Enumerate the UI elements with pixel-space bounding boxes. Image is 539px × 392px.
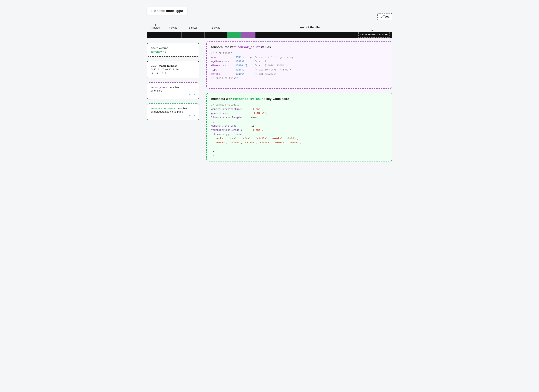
metadata-ellipsis1: ... , — [211, 120, 387, 124]
metadata-line-tokmodel: tokenizer.ggml.model: 'llama', — [211, 128, 387, 132]
metadata-code-block: // example metadata general.architecture… — [211, 103, 387, 157]
version-subtitle: currently = 3 — [150, 50, 195, 53]
offset-arrow-line — [372, 6, 372, 31]
tensors-field-ndim: n_dimensions: UINT32, // ex: 2 — [211, 60, 387, 64]
byte-label-2: 4 bytes — [164, 24, 182, 29]
byte-label-4: 8 bytes — [205, 24, 227, 29]
magic-hex: 0x47 0x47 0x55 0x46 — [150, 68, 195, 71]
metadata-closing2: ... — [211, 153, 387, 157]
metadata-line-arch: general.architecture: 'llama', — [211, 107, 387, 111]
tensors-info-box: tensors info with tensor_count values //… — [206, 41, 392, 89]
magic-title: GGUF magic number — [150, 64, 195, 67]
metadata-line-name: general.name: 'LLaMA v2', — [211, 111, 387, 116]
file-name-bar: File name model.gguf — [147, 7, 187, 15]
file-name-value: model.gguf — [166, 9, 183, 13]
binary-segment: 101101000110011110 — [358, 32, 390, 38]
rest-label: rest of the file — [227, 26, 392, 29]
metadata-line-toktokens: tokenizer.ggml.tokens: [ — [211, 132, 387, 136]
magic-box: GGUF magic number 0x47 0x47 0x55 0x46 G … — [147, 61, 199, 78]
tensors-field-dims: dimensions: UINT64[], // ex: [ 4096, 320… — [211, 64, 387, 68]
metadata-info-box: metadata with metadata_kv_count key-valu… — [206, 93, 392, 161]
tensors-field-type: type: UINT32, // ex: 10 (GGML_TYPE_Q2_K) — [211, 68, 387, 72]
version-box: GGUF version currently = 3 — [147, 43, 199, 57]
metadata-kv-box: metadata_kv_count = number of metadata k… — [147, 104, 199, 120]
tensors-code-block: // n-th tensor name: GGUF string, // ex:… — [211, 51, 387, 85]
metadata-kv-type: UINT64 — [150, 114, 195, 117]
metadata-tokens-row1: '<unk>', '<s>', '</s>', '<0x00>', '<0x01… — [211, 136, 387, 141]
metadata-line-filetype: general.file_type: 10, — [211, 124, 387, 128]
metadata-kv-desc: of metadata key-value pairs — [150, 110, 195, 113]
tensors-comment1: // n-th tensor — [211, 51, 387, 55]
tensor-count-type: UINT64 — [150, 93, 195, 96]
page-container: File name model.gguf offset 4 bytes 4 by… — [147, 7, 392, 161]
magic-letters: G G U F — [150, 71, 195, 75]
file-name-label: File name — [151, 9, 165, 13]
metadata-line-context: llama.context_length: 4096, — [211, 116, 387, 120]
tensors-info-title: tensors info with tensor_count values — [211, 45, 387, 49]
metadata-kv-text: metadata_kv_count = number — [150, 107, 195, 110]
metadata-tokens-ellipsis: ... — [211, 145, 387, 149]
offset-arrow-head — [371, 30, 373, 31]
main-content: GGUF version currently = 3 GGUF magic nu… — [147, 41, 392, 161]
offset-box: offset — [377, 13, 392, 20]
metadata-info-title: metadata with metadata_kv_count key-valu… — [211, 97, 387, 101]
metadata-tokens-row2: '<0x03>', '<0x04>', '<0x05>', '<0x06>', … — [211, 141, 387, 145]
left-column: GGUF version currently = 3 GGUF magic nu… — [147, 41, 199, 120]
tensors-ellipsis: ... — [211, 80, 387, 85]
tensors-field-name: name: GGUF string, // ex: blk.0.ffn_gate… — [211, 55, 387, 60]
byte-label-3: 8 bytes — [182, 24, 205, 29]
metadata-comment1: // example metadata — [211, 103, 387, 107]
byte-label-1: 4 bytes — [147, 24, 164, 29]
tensor-count-box: tensor_count = number of tensors UINT64 — [147, 82, 199, 99]
tensor-count-desc: of tensors — [150, 89, 195, 92]
top-diagram: 4 bytes 4 bytes 8 bytes 8 bytes rest of … — [147, 24, 392, 38]
version-title: GGUF version — [150, 47, 195, 49]
tensors-comment2: // (n+1)-th tensor — [211, 76, 387, 80]
tensor-count-text: tensor_count = number — [150, 86, 195, 89]
right-column: tensors info with tensor_count values //… — [206, 41, 392, 161]
binary-bar: 101101000110011110 — [147, 32, 392, 38]
metadata-closing1: ], — [211, 149, 387, 153]
tensors-field-offset: offset: UINT64 // ex: 43024384 ← — [211, 72, 387, 76]
